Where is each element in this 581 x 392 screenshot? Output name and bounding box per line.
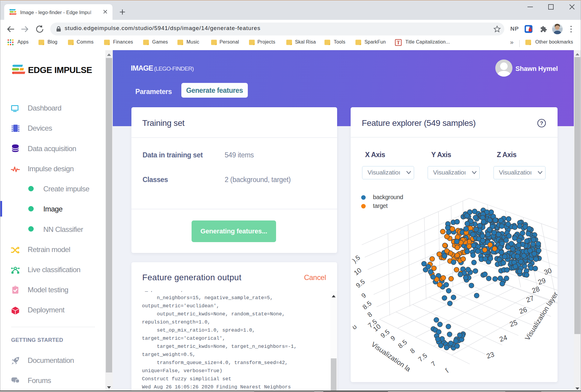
svg-text:ɼ: ɼ — [443, 366, 450, 373]
svg-text:29: 29 — [537, 276, 546, 286]
svg-text:8.5: 8.5 — [361, 299, 373, 311]
svg-text:8.5: 8.5 — [397, 338, 408, 350]
svg-text:28: 28 — [531, 285, 540, 295]
svg-text:25: 25 — [509, 318, 518, 328]
svg-text:?: ? — [540, 120, 543, 126]
svg-text:ʊ: ʊ — [351, 323, 358, 331]
svg-text:7: 7 — [430, 360, 437, 368]
svg-text:27: 27 — [525, 294, 535, 304]
svg-text:8: 8 — [409, 347, 416, 355]
svg-text:24: 24 — [498, 333, 508, 343]
svg-text:23: 23 — [485, 350, 495, 360]
svg-text:9: 9 — [389, 334, 397, 342]
svg-text:).5: ).5 — [351, 254, 362, 264]
svg-text:9: 9 — [360, 291, 367, 299]
svg-text:9.5: 9.5 — [379, 328, 391, 340]
svg-text:8: 8 — [366, 310, 374, 318]
svg-text:T: T — [397, 40, 400, 45]
svg-text:9.5: 9.5 — [355, 278, 366, 290]
svg-text:7.5: 7.5 — [417, 352, 429, 363]
svg-text:10: 10 — [352, 266, 363, 277]
